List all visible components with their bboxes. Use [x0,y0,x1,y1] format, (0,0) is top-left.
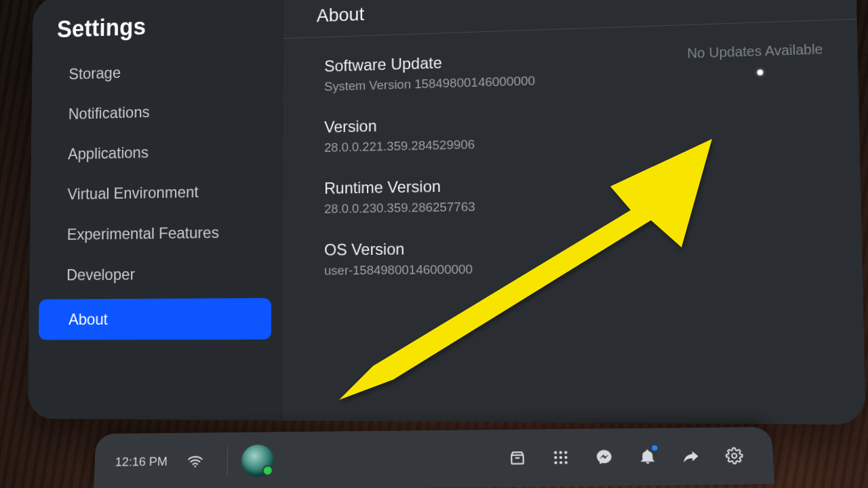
apps-grid-icon[interactable] [542,439,579,476]
dock-divider [227,447,229,476]
settings-gear-icon[interactable] [715,438,754,474]
cursor-dot [757,70,764,75]
sidebar-item-about[interactable]: About [39,298,271,340]
svg-point-8 [564,456,567,459]
svg-point-7 [559,456,562,459]
about-page: About Software Update System Version 158… [282,0,866,425]
svg-point-5 [564,451,567,453]
row-sub: user-15849800146000000 [324,259,827,279]
messenger-icon[interactable] [585,439,623,476]
clock: 12:16 PM [115,455,168,469]
sidebar-item-experimental-features[interactable]: Experimental Features [30,211,282,256]
row-runtime-version: Runtime Version 28.0.0.230.359.286257763 [314,149,827,221]
notification-dot [652,445,657,451]
share-icon[interactable] [672,438,710,474]
page-title: About [314,0,822,33]
sidebar-item-applications[interactable]: Applications [31,129,282,175]
wifi-icon[interactable] [176,443,214,480]
sidebar-item-virtual-environment[interactable]: Virtual Environment [31,170,282,215]
settings-panel: Settings Storage Notifications Applicati… [28,0,866,425]
svg-point-4 [559,451,562,454]
settings-title: Settings [33,4,283,56]
row-version: Version 28.0.0.221.359.284529906 [314,85,825,159]
system-dock: 12:16 PM [94,427,774,488]
settings-sidebar: Settings Storage Notifications Applicati… [28,0,283,420]
svg-point-1 [194,466,196,468]
svg-point-10 [559,461,562,464]
sidebar-item-developer[interactable]: Developer [29,252,281,296]
store-icon[interactable] [498,440,536,476]
sidebar-item-notifications[interactable]: Notifications [31,88,282,135]
sidebar-item-storage[interactable]: Storage [32,47,282,96]
row-label: Software Update [324,41,823,76]
profile-avatar[interactable] [241,445,275,477]
update-status-button[interactable]: No Updates Available [687,41,823,62]
svg-rect-2 [511,455,524,464]
row-label: OS Version [324,235,827,260]
row-os-version: OS Version user-15849800146000000 [314,214,828,283]
svg-point-12 [732,453,736,458]
row-software-update[interactable]: Software Update System Version 158498001… [314,20,824,98]
svg-point-3 [554,451,557,454]
row-label: Runtime Version [324,170,825,198]
svg-point-9 [554,461,557,464]
row-sub: 28.0.0.230.359.286257763 [324,194,826,217]
row-label: Version [324,106,824,137]
notifications-icon[interactable] [629,439,667,474]
svg-point-11 [565,461,568,464]
svg-point-6 [554,456,557,459]
